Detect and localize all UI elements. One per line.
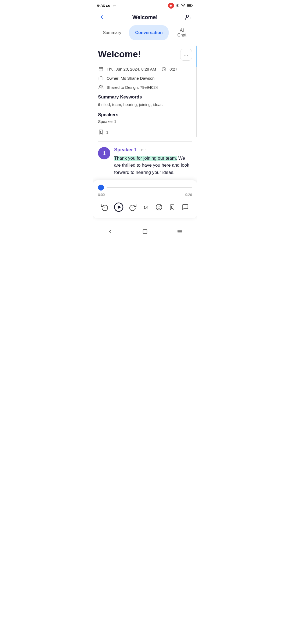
wifi-icon [181,3,186,8]
rewind-button[interactable]: 5 [99,201,111,213]
rec-svg [169,4,173,8]
svg-marker-1 [172,5,173,6]
bottom-nav [93,222,197,242]
audio-player: 0:00 0:26 5 [93,180,197,218]
player-controls: 5 5 1× [98,200,192,214]
svg-marker-18 [118,206,121,209]
keywords-list: thrilled, team, hearing, joining, ideas [98,101,192,108]
svg-rect-24 [143,230,147,234]
battery-icon [187,4,193,8]
meeting-title-row: Welcome! ··· [98,49,192,61]
owner-icon [98,75,104,81]
tabs-bar: Summary Conversation AI Chat [93,25,197,45]
svg-text:5: 5 [104,207,104,208]
tab-summary[interactable]: Summary [97,25,127,40]
shared-icon [98,84,104,90]
progress-bar[interactable] [107,187,192,188]
recording-icon [168,3,174,9]
nav-back-button[interactable] [104,226,116,237]
shared-row: Shared to Design, 79e94024 [98,84,192,90]
bluetooth-icon: ✱ [176,3,179,8]
meeting-shared: Shared to Design, 79e94024 [107,85,158,90]
date-time-row: Thu, Jun 20, 2024, 8:28 AM 0:27 [98,66,192,72]
scrollbar-thumb[interactable] [196,46,197,67]
tab-conversation[interactable]: Conversation [129,25,168,40]
svg-point-14 [100,85,101,87]
section-divider [98,141,192,142]
speaker-name-summary: Speaker 1 [98,119,192,124]
message-timestamp: 0:11 [140,148,147,152]
meeting-owner: Owner: Ms Shane Dawson [107,76,154,80]
calendar-icon [98,66,104,72]
speed-label: 1× [143,205,148,210]
more-options-button[interactable]: ··· [180,49,192,61]
svg-rect-8 [99,67,103,71]
page-title: Welcome! [132,14,158,20]
svg-point-5 [186,15,189,17]
meeting-title: Welcome! [98,49,141,59]
nav-menu-button[interactable] [174,226,186,237]
nav-home-button[interactable] [139,226,151,237]
svg-rect-4 [192,5,193,6]
svg-text:5: 5 [132,207,132,208]
status-ampm: AM [106,5,110,8]
back-button[interactable] [97,12,107,22]
speaker-name-message: Speaker 1 [114,147,137,153]
bookmark-icon-summary [98,129,104,136]
message-header: Speaker 1 0:11 [114,147,192,153]
progress-row [98,185,192,191]
speed-button[interactable]: 1× [140,201,152,213]
main-content: Welcome! ··· Thu, Jun 20, 2024, 8:28 AM … [93,45,197,222]
header: Welcome! [93,10,197,25]
svg-point-20 [156,204,162,210]
keywords-label: Summary Keywords [98,94,192,100]
message-text: Thank you for joining our team. We are t… [114,155,192,176]
status-bar: 9:36 AM ▭ ✱ [93,0,197,10]
progress-dot[interactable] [98,185,104,191]
emoji-button[interactable] [153,201,165,213]
current-time: 0:00 [98,193,105,197]
camera-icon: ▭ [113,4,116,8]
bookmark-row: 1 [98,129,192,136]
meeting-duration: 0:27 [169,67,177,71]
total-time: 0:26 [185,193,192,197]
owner-row: Owner: Ms Shane Dawson [98,75,192,81]
bookmark-button[interactable] [166,201,178,213]
message-content: Speaker 1 0:11 Thank you for joining our… [114,147,192,176]
time-row: 0:00 0:26 [98,193,192,197]
message-highlighted-text: Thank you for joining our team. [114,156,177,161]
message-block: 1 Speaker 1 0:11 Thank you for joining o… [98,147,192,180]
speakers-label: Speakers [98,112,192,118]
scrollbar-track[interactable] [196,46,197,137]
play-button[interactable] [112,200,125,214]
transcript-button[interactable] [179,201,191,213]
bookmark-count: 1 [106,130,108,135]
add-user-button[interactable] [183,12,193,22]
meeting-date: Thu, Jun 20, 2024, 8:28 AM [107,67,156,71]
speaker-avatar: 1 [98,147,110,159]
status-time: 9:36 [97,3,105,8]
svg-rect-13 [99,77,103,80]
svg-rect-3 [187,4,191,6]
clock-icon [161,66,167,72]
tab-aichat[interactable]: AI Chat [171,25,193,40]
status-icons: ✱ [168,3,193,9]
forward-button[interactable]: 5 [127,201,139,213]
svg-rect-0 [170,5,172,7]
